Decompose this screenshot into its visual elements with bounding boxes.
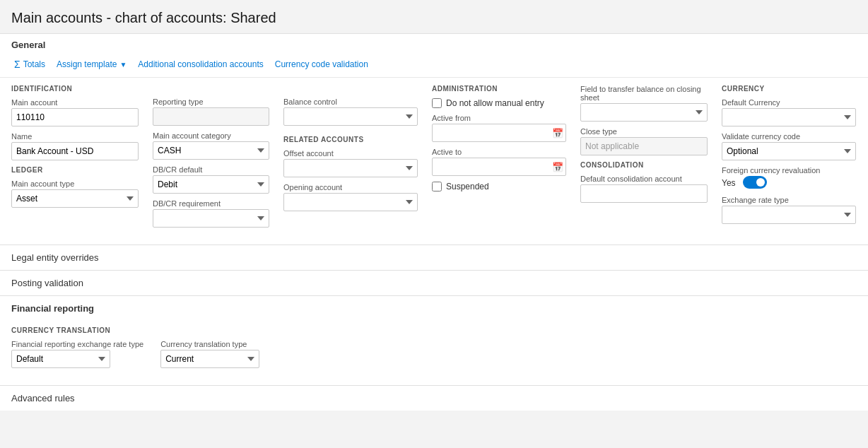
assign-template-label: Assign template [57, 59, 117, 69]
do-not-allow-label: Do not allow manual entry [446, 98, 544, 108]
currency-code-button[interactable]: Currency code validation [272, 58, 371, 71]
chevron-down-icon: ▼ [119, 61, 127, 69]
main-account-type-field: Main account type Asset Liability Equity… [11, 179, 139, 208]
opening-account-label: Opening account [283, 183, 418, 191]
opening-account-select[interactable] [283, 193, 418, 211]
suspended-checkbox[interactable] [432, 182, 442, 191]
main-account-type-label: Main account type [11, 179, 139, 188]
form-body: IDENTIFICATION Main account Name LEDGER … [0, 78, 868, 244]
db-cr-requirement-field: DB/CR requirement [153, 199, 269, 228]
foreign-currency-toggle[interactable] [743, 176, 767, 189]
db-cr-default-field: DB/CR default Debit Credit Both [153, 165, 269, 194]
offset-account-select[interactable] [283, 159, 418, 177]
default-consolidation-label: Default consolidation account [580, 175, 708, 183]
main-account-category-select[interactable]: CASH Other [153, 141, 269, 160]
fr-exchange-rate-type-field: Financial reporting exchange rate type D… [11, 340, 143, 368]
financial-reporting-header[interactable]: Financial reporting [0, 296, 868, 321]
additional-consolidation-label: Additional consolidation accounts [138, 59, 263, 69]
totals-button[interactable]: Σ Totals [11, 57, 48, 71]
posting-validation-header[interactable]: Posting validation [0, 271, 868, 295]
main-account-input[interactable] [11, 108, 139, 126]
close-type-label: Close type [580, 127, 708, 136]
calendar-to-icon[interactable]: 📅 [552, 162, 563, 172]
default-consolidation-field: Default consolidation account [580, 175, 708, 203]
balance-control-label: Balance control [283, 98, 418, 106]
default-consolidation-input[interactable] [580, 184, 708, 203]
name-input[interactable] [11, 142, 139, 160]
advanced-rules-section: Advanced rules [0, 385, 868, 411]
legal-entity-header[interactable]: Legal entity overrides [0, 245, 868, 270]
validate-currency-select[interactable]: Optional Mandatory None [722, 142, 856, 160]
general-header: General [0, 34, 868, 53]
fr-exchange-rate-type-label: Financial reporting exchange rate type [11, 340, 143, 348]
do-not-allow-checkbox[interactable] [432, 98, 442, 108]
active-from-field: Active from 📅 [432, 114, 566, 142]
balance-control-field: Balance control Balance check No check [283, 98, 418, 126]
col-identification: IDENTIFICATION Main account Name LEDGER … [11, 85, 153, 233]
db-cr-requirement-label: DB/CR requirement [153, 199, 269, 208]
toolbar: Σ Totals Assign template ▼ Additional co… [0, 53, 868, 78]
field-to-transfer-field: Field to transfer balance on closing she… [580, 85, 708, 122]
currency-label: CURRENCY [722, 85, 856, 93]
financial-reporting-section: Financial reporting CURRENCY TRANSLATION… [0, 295, 868, 385]
translation-type-label: Currency translation type [160, 340, 274, 348]
suspended-field: Suspended [432, 182, 566, 191]
toggle-slider [743, 176, 767, 189]
default-currency-select[interactable] [722, 108, 856, 126]
related-accounts-label: RELATED ACCOUNTS [283, 136, 418, 143]
translation-type-field: Currency translation type Current Histor… [160, 340, 274, 368]
db-cr-default-select[interactable]: Debit Credit Both [153, 175, 269, 194]
col-balance: Balance control Balance check No check R… [283, 85, 432, 233]
default-currency-field: Default Currency [722, 98, 856, 126]
foreign-currency-toggle-row: Yes [722, 176, 856, 190]
col-field-transfer: Field to transfer balance on closing she… [580, 85, 722, 233]
ledger-label: LEDGER [11, 166, 139, 174]
exchange-rate-type-field: Exchange rate type [722, 196, 856, 224]
active-from-input[interactable] [432, 124, 566, 142]
main-account-category-label: Main account category [153, 131, 269, 140]
db-cr-requirement-select[interactable] [153, 209, 269, 228]
additional-consolidation-button[interactable]: Additional consolidation accounts [135, 58, 266, 71]
balance-control-select[interactable]: Balance check No check [283, 107, 418, 126]
field-to-transfer-select[interactable] [580, 103, 708, 122]
financial-reporting-body: CURRENCY TRANSLATION Financial reporting… [0, 321, 868, 374]
default-currency-label: Default Currency [722, 98, 856, 107]
foreign-currency-toggle-label: Yes [722, 178, 736, 188]
reporting-type-label: Reporting type [153, 98, 269, 106]
close-type-field: Close type Not applicable [580, 127, 708, 155]
active-to-input[interactable] [432, 158, 566, 176]
legal-entity-section: Legal entity overrides [0, 244, 868, 270]
active-from-label: Active from [432, 114, 566, 122]
fr-exchange-rate-type-select[interactable]: Default Current Average [11, 350, 110, 368]
foreign-currency-label: Foreign currency revaluation [722, 166, 856, 175]
identification-label: IDENTIFICATION [11, 85, 139, 93]
main-account-label: Main account [11, 98, 139, 107]
reporting-type-input[interactable] [153, 107, 269, 126]
calendar-from-icon[interactable]: 📅 [552, 128, 563, 138]
assign-template-button[interactable]: Assign template ▼ [54, 58, 129, 71]
suspended-label: Suspended [446, 182, 489, 191]
do-not-allow-field: Do not allow manual entry [432, 98, 566, 108]
col-reporting: Reporting type Main account category CAS… [153, 85, 283, 233]
sigma-icon: Σ [14, 59, 20, 70]
totals-label: Totals [23, 59, 45, 69]
main-account-type-select[interactable]: Asset Liability Equity Revenue Expense [11, 189, 139, 208]
foreign-currency-field: Foreign currency revaluation Yes [722, 166, 856, 190]
validate-currency-label: Validate currency code [722, 132, 856, 141]
name-field: Name [11, 132, 139, 160]
currency-translation-section-label: CURRENCY TRANSLATION [11, 326, 857, 334]
translation-type-select[interactable]: Current Historical Average [160, 350, 259, 368]
exchange-rate-type-select[interactable] [722, 206, 856, 224]
validate-currency-field: Validate currency code Optional Mandator… [722, 132, 856, 160]
general-section: General Σ Totals Assign template ▼ Addit… [0, 33, 868, 244]
not-applicable-value: Not applicable [580, 137, 708, 155]
posting-validation-section: Posting validation [0, 270, 868, 295]
col-currency: CURRENCY Default Currency Validate curre… [722, 85, 856, 233]
advanced-rules-header[interactable]: Advanced rules [0, 386, 868, 411]
reporting-type-field: Reporting type [153, 98, 269, 126]
main-account-category-field: Main account category CASH Other [153, 131, 269, 160]
offset-account-field: Offset account [283, 149, 418, 177]
col-administration: ADMINISTRATION Do not allow manual entry… [432, 85, 580, 233]
currency-code-label: Currency code validation [275, 59, 368, 69]
consolidation-label: CONSOLIDATION [580, 161, 708, 169]
